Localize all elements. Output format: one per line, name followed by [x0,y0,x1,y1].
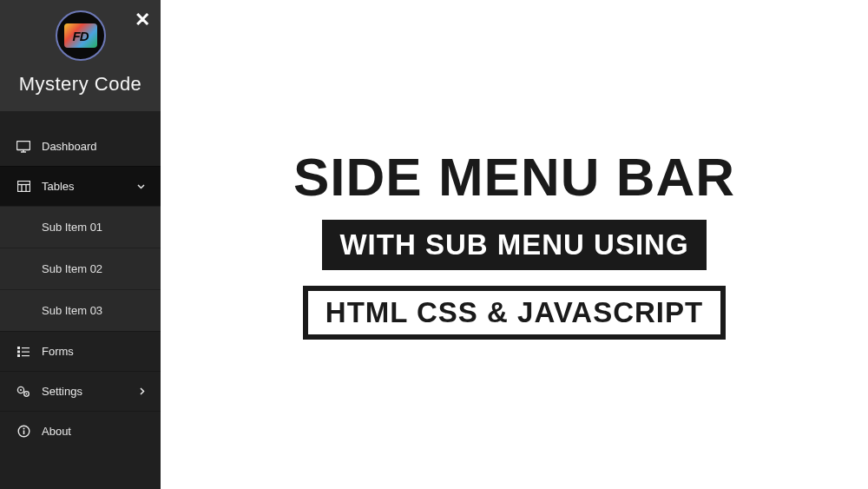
svg-rect-0 [17,141,30,149]
sidebar-item-label: Forms [42,345,74,358]
submenu: Sub Item 01 Sub Item 02 Sub Item 03 [0,206,161,331]
sidebar: ✕ FD Mystery Code Dashboard Tables Sub I… [0,0,161,489]
gears-icon [16,386,31,398]
svg-rect-3 [17,182,30,192]
hero-subtitle-2: HTML CSS & JAVASCRIPT [303,286,726,340]
svg-point-18 [23,428,24,430]
sidebar-item-label: About [42,425,71,438]
submenu-item-label: Sub Item 01 [42,221,102,234]
logo: FD [56,10,106,61]
hero-title: SIDE MENU BAR [293,150,735,204]
svg-rect-8 [22,347,30,348]
svg-rect-7 [17,347,20,349]
submenu-item-label: Sub Item 03 [42,304,102,317]
svg-rect-11 [17,354,20,357]
sidebar-item-about[interactable]: About [0,411,161,451]
sidebar-item-label: Tables [42,180,75,193]
chevron-right-icon [140,387,145,395]
submenu-item[interactable]: Sub Item 02 [0,248,161,289]
submenu-item[interactable]: Sub Item 01 [0,206,161,248]
submenu-item-label: Sub Item 02 [42,262,102,275]
chevron-down-icon [137,184,145,189]
svg-rect-10 [22,351,30,352]
sidebar-header: ✕ FD Mystery Code [0,0,161,111]
submenu-item[interactable]: Sub Item 03 [0,289,161,331]
svg-point-16 [26,393,28,394]
brand-title: Mystery Code [9,73,152,96]
logo-text: FD [64,23,97,48]
list-icon [16,347,31,357]
sidebar-item-label: Settings [42,385,82,398]
svg-rect-9 [17,350,20,353]
sidebar-item-tables[interactable]: Tables [0,166,161,206]
svg-rect-12 [22,355,30,356]
sidebar-nav: Dashboard Tables Sub Item 01 Sub Item 02… [0,111,161,489]
sidebar-item-settings[interactable]: Settings [0,371,161,411]
info-icon [16,425,31,438]
sidebar-item-dashboard[interactable]: Dashboard [0,127,161,166]
svg-point-14 [20,388,22,390]
close-icon[interactable]: ✕ [135,10,150,30]
svg-rect-19 [23,431,24,435]
hero-subtitle-1: WITH SUB MENU USING [322,220,706,270]
sidebar-item-label: Dashboard [42,140,97,153]
table-icon [16,181,31,192]
monitor-icon [16,141,31,153]
sidebar-item-forms[interactable]: Forms [0,331,161,371]
main-content: SIDE MENU BAR WITH SUB MENU USING HTML C… [161,0,868,489]
